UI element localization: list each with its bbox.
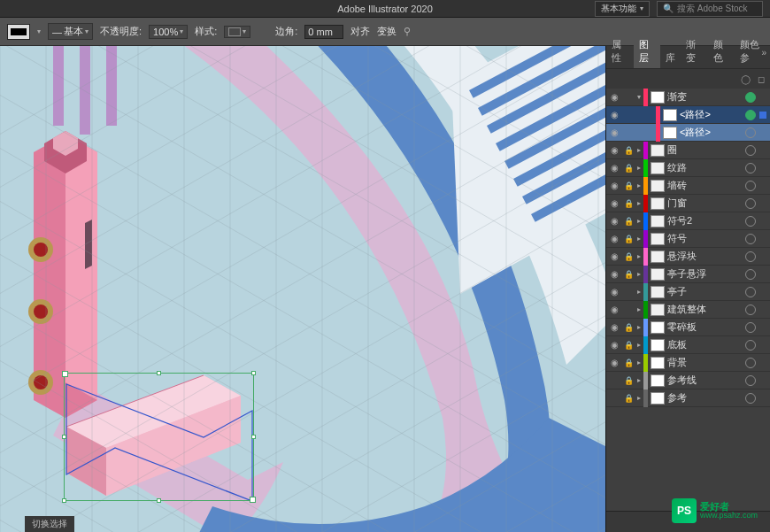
layer-row[interactable]: ◉🔒▸圈	[606, 142, 770, 159]
visibility-icon[interactable]: ◉	[606, 198, 622, 208]
layer-row[interactable]: ◉🔒▸门窗	[606, 195, 770, 212]
align-label[interactable]: 对齐	[350, 25, 370, 38]
expand-icon[interactable]: ▾	[635, 93, 643, 101]
lock-icon[interactable]: 🔒	[622, 323, 635, 332]
layer-name[interactable]: 圈	[667, 143, 742, 157]
filter-icon[interactable]: ◯	[741, 74, 751, 84]
visibility-icon[interactable]: ◉	[606, 181, 622, 190]
panel-tab-4[interactable]: 颜色	[708, 35, 735, 68]
target-icon[interactable]	[745, 305, 756, 315]
expand-icon[interactable]: ▸	[635, 181, 643, 189]
layer-name[interactable]: 门窗	[667, 197, 742, 210]
layer-row[interactable]: 🔒▸参考线	[606, 372, 770, 389]
lock-icon[interactable]: 🔒	[622, 252, 635, 261]
visibility-icon[interactable]: ◉	[606, 145, 622, 155]
lock-icon[interactable]: 🔒	[622, 270, 635, 279]
expand-icon[interactable]: ▸	[635, 199, 643, 207]
visibility-icon[interactable]: ◉	[606, 163, 622, 173]
panel-menu-icon[interactable]: »	[761, 48, 766, 58]
expand-icon[interactable]: ▸	[635, 376, 643, 384]
layer-row[interactable]: ◉<路径>	[606, 106, 770, 124]
expand-icon[interactable]: ▸	[635, 288, 643, 296]
expand-icon[interactable]: ▸	[635, 323, 643, 331]
layer-name[interactable]: <路径>	[680, 126, 742, 139]
expand-icon[interactable]: ▸	[635, 217, 643, 225]
lock-icon[interactable]: 🔒	[622, 146, 635, 155]
lock-icon[interactable]: 🔒	[622, 235, 635, 243]
target-icon[interactable]	[745, 234, 756, 244]
layer-row[interactable]: ◉🔒▸纹路	[606, 159, 770, 177]
layer-name[interactable]: 符号2	[667, 214, 742, 227]
panel-tab-2[interactable]: 库	[660, 48, 681, 68]
layer-row[interactable]: ◉<路径>	[606, 124, 770, 142]
layer-row[interactable]: 🔒▸参考	[606, 389, 770, 407]
layer-name[interactable]: 零碎板	[667, 320, 742, 334]
visibility-icon[interactable]: ◉	[606, 110, 622, 120]
stroke-dropdown[interactable]: — 基本 ▾	[48, 23, 93, 40]
layer-name[interactable]: 背景	[667, 356, 742, 369]
expand-icon[interactable]: ▸	[635, 164, 643, 172]
layer-name[interactable]: <路径>	[680, 108, 742, 121]
lock-icon[interactable]: 🔒	[622, 199, 635, 208]
visibility-icon[interactable]: ◉	[606, 251, 622, 261]
workspace-dropdown[interactable]: 基本功能▾	[595, 1, 650, 17]
target-icon[interactable]	[745, 322, 756, 333]
target-icon[interactable]	[745, 358, 756, 368]
layer-name[interactable]: 亭子	[667, 285, 742, 298]
expand-icon[interactable]: ▸	[635, 235, 643, 243]
transform-label[interactable]: 变换	[377, 25, 397, 38]
layer-name[interactable]: 参考	[667, 391, 742, 405]
visibility-icon[interactable]: ◉	[606, 287, 622, 297]
layer-name[interactable]: 悬浮块	[667, 250, 742, 263]
target-icon[interactable]	[745, 198, 756, 209]
switch-select-label[interactable]: 切换选择	[32, 518, 67, 530]
layer-name[interactable]: 亭子悬浮	[667, 267, 742, 281]
layer-name[interactable]: 参考线	[667, 374, 742, 387]
target-icon[interactable]	[745, 393, 756, 404]
layer-row[interactable]: ◉🔒▸符号2	[606, 212, 770, 230]
layer-row[interactable]: ◉🔒▸亭子悬浮	[606, 266, 770, 283]
filter-icon[interactable]: ◻	[758, 74, 765, 84]
panel-tab-1[interactable]: 图层	[634, 35, 661, 68]
canvas[interactable]: 切换选择	[0, 46, 605, 532]
target-icon[interactable]	[745, 251, 756, 262]
lock-icon[interactable]: 🔒	[622, 359, 635, 367]
visibility-icon[interactable]: ◉	[606, 234, 622, 243]
search-input[interactable]: 🔍 搜索 Adobe Stock	[657, 1, 763, 17]
lock-icon[interactable]: 🔒	[622, 181, 635, 190]
target-icon[interactable]	[745, 127, 756, 138]
target-icon[interactable]	[745, 92, 756, 103]
target-icon[interactable]	[745, 181, 756, 191]
expand-icon[interactable]: ▸	[635, 305, 643, 313]
selection-bounds[interactable]	[64, 373, 254, 501]
expand-icon[interactable]: ▸	[635, 359, 643, 366]
layer-name[interactable]: 纹路	[667, 161, 742, 174]
expand-icon[interactable]: ▸	[635, 252, 643, 260]
target-icon[interactable]	[745, 269, 756, 280]
layer-name[interactable]: 符号	[667, 232, 742, 245]
lock-icon[interactable]: 🔒	[622, 164, 635, 173]
layer-row[interactable]: ◉🔒▸背景	[606, 354, 770, 372]
expand-icon[interactable]: ▸	[635, 341, 643, 349]
layer-name[interactable]: 底板	[667, 338, 742, 351]
layer-row[interactable]: ◉▸亭子	[606, 283, 770, 301]
visibility-icon[interactable]: ◉	[606, 340, 622, 350]
target-icon[interactable]	[745, 110, 756, 120]
expand-icon[interactable]: ▸	[635, 146, 643, 154]
target-icon[interactable]	[745, 163, 756, 173]
visibility-icon[interactable]: ◉	[606, 305, 622, 314]
visibility-icon[interactable]: ◉	[606, 358, 622, 367]
layer-name[interactable]: 渐变	[667, 90, 742, 104]
visibility-icon[interactable]: ◉	[606, 322, 622, 332]
pin-icon[interactable]: ⚲	[404, 26, 411, 37]
layer-row[interactable]: ◉▾渐变	[606, 89, 770, 106]
target-icon[interactable]	[745, 375, 756, 386]
target-icon[interactable]	[745, 340, 756, 351]
stroke-swatch[interactable]	[7, 24, 30, 40]
target-icon[interactable]	[745, 216, 756, 227]
layer-row[interactable]: ◉▸建筑整体	[606, 301, 770, 319]
lock-icon[interactable]: 🔒	[622, 394, 635, 403]
lock-icon[interactable]: 🔒	[622, 341, 635, 350]
style-dropdown[interactable]: ▾	[224, 26, 250, 38]
panel-tab-3[interactable]: 渐变	[681, 35, 708, 68]
